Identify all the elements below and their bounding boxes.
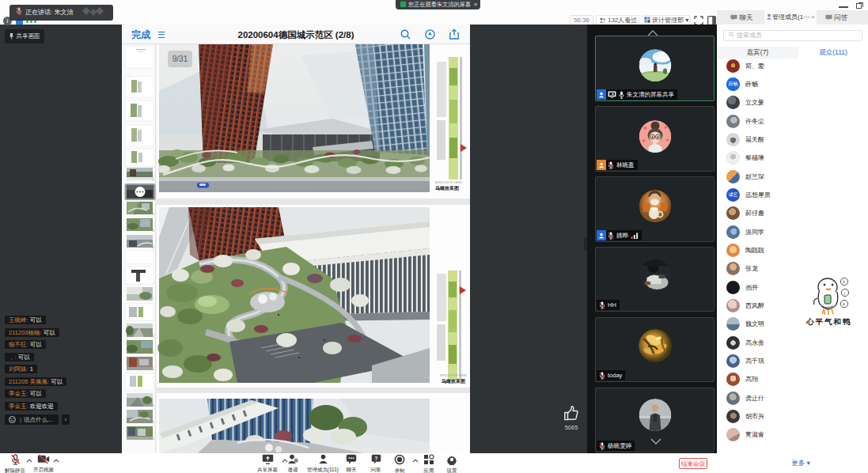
svg-text:+: + [843,279,846,285]
svg-text:1: 1 [152,366,155,371]
svg-text:鸟瞰效果图: 鸟瞰效果图 [434,185,459,191]
svg-text:1: 1 [152,419,155,424]
svg-text:BIRD'S EYE VIEW: BIRD'S EYE VIEW [440,373,467,377]
svg-text:心平气和鸭: 心平气和鸭 [805,317,852,326]
svg-text:1: 1 [152,403,155,407]
svg-text:BIRD'S EYE VIEW: BIRD'S EYE VIEW [435,180,462,184]
svg-text:1: 1 [152,211,155,216]
svg-text:1: 1 [152,244,155,249]
svg-text:1: 1 [152,176,155,181]
svg-text:1: 1 [152,436,155,441]
svg-text:1: 1 [152,350,155,354]
svg-text:1: 1 [152,333,155,338]
svg-text:1: 1 [152,228,155,233]
svg-text:?: ? [374,456,377,461]
svg-text:i: i [844,291,845,296]
svg-text:鸟瞰效果图: 鸟瞰效果图 [441,378,465,384]
svg-text:×: × [843,301,846,307]
